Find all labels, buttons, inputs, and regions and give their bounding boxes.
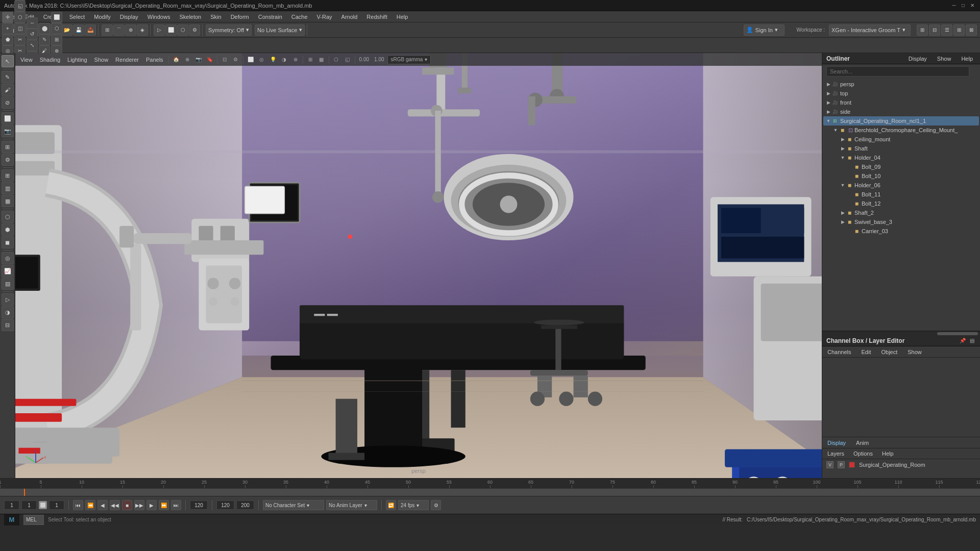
brush-tool-btn[interactable]: 🖌 <box>2 84 14 96</box>
tree-item[interactable]: ▶🎥top <box>823 89 979 98</box>
3d-viewport[interactable]: persp X Y Z <box>15 53 822 478</box>
close-button[interactable]: ✕ <box>969 2 976 9</box>
bookmarks-btn[interactable]: 🔖 <box>205 55 215 64</box>
outliner-display-menu[interactable]: Display <box>905 55 930 63</box>
anim-start-field[interactable] <box>216 500 234 510</box>
extra-2[interactable]: ⬡ <box>51 23 62 34</box>
tree-item[interactable]: ▼◼Holder_04 <box>823 153 979 162</box>
anim-layer-btn[interactable]: ◎ <box>2 252 14 264</box>
lighting-menu[interactable]: Lighting <box>64 56 90 64</box>
light-btn[interactable]: 💡 <box>268 55 278 64</box>
no-live-surface-dropdown[interactable]: No Live Surface ▾ <box>255 24 305 36</box>
loop-btn[interactable]: 🔁 <box>386 500 396 510</box>
tree-item[interactable]: ◼Bolt_10 <box>823 171 979 181</box>
layer-visibility-v[interactable]: V <box>826 461 834 468</box>
script-type-dropdown[interactable]: MEL <box>23 515 44 525</box>
lasso-select-btn[interactable]: ⌖ <box>2 23 13 34</box>
menu-arnold[interactable]: Arnold <box>337 13 362 21</box>
dope-sheet-btn[interactable]: ▤ <box>2 278 14 290</box>
channel-box-pin-btn[interactable]: 📌 <box>959 337 967 345</box>
save-file-button[interactable]: 💾 <box>73 24 84 36</box>
layout-btn-2[interactable]: ⊟ <box>929 24 940 36</box>
bridge-btn[interactable]: ◱ <box>14 1 26 12</box>
hypershade-btn[interactable]: ◑ <box>2 306 14 318</box>
camera-home-btn[interactable]: 🏠 <box>171 55 181 64</box>
timeline-area[interactable]: 1510152025303540455055606570758085909510… <box>0 478 980 496</box>
tree-item[interactable]: ▼◼Holder_06 <box>823 181 979 190</box>
anim-tab[interactable]: Anim <box>853 439 872 447</box>
anim-end-field[interactable] <box>236 500 254 510</box>
object-menu[interactable]: Object <box>878 348 900 356</box>
snap-point-button[interactable]: ⊕ <box>125 24 136 36</box>
stop-btn[interactable]: ■ <box>122 500 132 510</box>
paint-select-btn[interactable]: ⬟ <box>2 34 13 45</box>
playback-end-field[interactable] <box>190 500 208 510</box>
tree-item[interactable]: ◼Bolt_09 <box>823 162 979 171</box>
extra-1[interactable]: ⬜ <box>51 12 62 23</box>
menu-v-ray[interactable]: V-Ray <box>313 13 336 21</box>
graph-editor-btn[interactable]: 📈 <box>2 265 14 277</box>
layout-btn-1[interactable]: ⊞ <box>917 24 928 36</box>
menu-skeleton[interactable]: Skeleton <box>175 13 205 21</box>
menu-redshift[interactable]: Redshift <box>362 13 391 21</box>
layer-color-swatch[interactable] <box>849 462 855 468</box>
top-view-btn[interactable]: ▦ <box>2 195 14 207</box>
outliner-show-menu[interactable]: Show <box>934 55 954 63</box>
tree-item[interactable]: ▶🎥persp <box>823 80 979 89</box>
panels-menu[interactable]: Panels <box>143 56 166 64</box>
sculpt-btn[interactable]: ✎ <box>39 34 50 45</box>
pb-options-btn[interactable]: ⚙ <box>431 500 441 510</box>
snap-surface-button[interactable]: ◈ <box>137 24 148 36</box>
next-frame-btn[interactable]: ▶ <box>146 500 157 510</box>
timeline-ruler[interactable]: 1510152025303540455055606570758085909510… <box>0 479 980 489</box>
options-submenu[interactable]: Options <box>850 449 876 458</box>
step-back-btn[interactable]: ⏪ <box>85 500 95 510</box>
cut-btn[interactable]: ✂ <box>14 34 26 45</box>
render-settings-button[interactable]: ⚙ <box>189 24 200 36</box>
timeline-bar[interactable] <box>0 489 980 496</box>
play-fwd-btn[interactable]: ▶▶ <box>134 500 144 510</box>
layer-btn-2[interactable]: ⬢ <box>2 223 14 236</box>
outliner-help-menu[interactable]: Help <box>958 55 976 63</box>
import-button[interactable]: 📥 <box>85 24 96 36</box>
smooth-btn[interactable]: ◎ <box>257 55 267 64</box>
symmetry-dropdown[interactable]: Symmetry: Off ▾ <box>206 24 252 36</box>
layout-btn-3[interactable]: ☰ <box>941 24 952 36</box>
soft-mod-btn[interactable]: ⬤ <box>39 23 50 34</box>
menu-cache[interactable]: Cache <box>287 13 312 21</box>
layer-btn-3[interactable]: ◼ <box>2 236 14 248</box>
sel-mask-btn[interactable]: ⊕ <box>182 55 192 64</box>
rotate-tool-btn[interactable]: ↺ <box>27 29 38 40</box>
current-frame-field[interactable] <box>49 500 64 510</box>
snap-cam-btn[interactable]: 📷 <box>193 55 204 64</box>
tree-item[interactable]: ▶🎥side <box>823 107 979 116</box>
color-space-dropdown[interactable]: sRGB gamma ▾ <box>387 55 431 64</box>
hud-btn[interactable]: ▦ <box>316 55 327 64</box>
render-view-btn[interactable]: ▷ <box>2 293 14 306</box>
sign-in-button[interactable]: 👤 Sign In ▾ <box>744 24 785 36</box>
select-tool-btn[interactable]: ✛ <box>2 12 13 23</box>
show-menu[interactable]: Show <box>91 56 112 64</box>
maximize-button[interactable]: □ <box>960 2 967 9</box>
outliner-scrollbar[interactable] <box>937 332 978 335</box>
menu-deform[interactable]: Deform <box>227 13 253 21</box>
select-mode-btn[interactable]: ↖ <box>2 55 14 67</box>
prev-frame-btn[interactable]: ◀ <box>97 500 108 510</box>
paint-tool-btn[interactable]: ✎ <box>2 71 14 83</box>
open-file-button[interactable]: 📂 <box>61 24 72 36</box>
tree-item[interactable]: ◼Bolt_12 <box>823 199 979 208</box>
side-view-btn[interactable]: ▥ <box>2 182 14 194</box>
tree-item[interactable]: ▶◼Shaft_2 <box>823 208 979 217</box>
move-tool-btn[interactable]: ↔ <box>27 17 38 29</box>
menu-skin[interactable]: Skin <box>206 13 225 21</box>
grid-btn[interactable]: ⊞ <box>305 55 315 64</box>
layer-playback-p[interactable]: P <box>838 461 845 468</box>
visor-btn[interactable]: ⊟ <box>2 319 14 331</box>
skip-back-btn[interactable]: ⏮ <box>73 500 83 510</box>
workspace-dropdown[interactable]: XGen - Interactive Groom T ▾ <box>829 24 911 36</box>
shading-menu[interactable]: Shading <box>37 56 63 64</box>
fps-dropdown[interactable]: 24 fps ▾ <box>398 500 429 510</box>
vp-settings-btn[interactable]: ⚙ <box>231 55 241 64</box>
viewport-options-btn[interactable]: ⚙ <box>2 154 14 166</box>
playback-start-field[interactable] <box>4 500 19 510</box>
